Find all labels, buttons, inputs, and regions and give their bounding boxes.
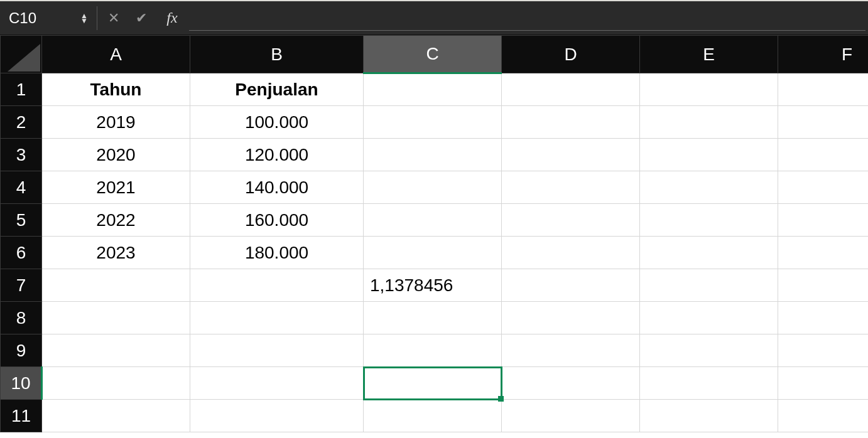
- cell-D4[interactable]: [502, 171, 640, 204]
- cell-A7[interactable]: [42, 269, 190, 302]
- row-header-2[interactable]: 2: [1, 106, 42, 139]
- cell-C2[interactable]: [364, 106, 502, 139]
- formula-input-wrap: [189, 6, 865, 31]
- formula-input[interactable]: [189, 6, 865, 30]
- cell-A6[interactable]: 2023: [42, 237, 190, 269]
- cell-A9[interactable]: [42, 334, 190, 367]
- cell-B8[interactable]: [190, 302, 364, 334]
- cell-B6[interactable]: 180.000: [190, 237, 364, 269]
- cell-A2[interactable]: 2019: [42, 106, 190, 139]
- cell-F3[interactable]: [778, 139, 869, 171]
- cell-E4[interactable]: [640, 171, 778, 204]
- col-header-B[interactable]: B: [190, 36, 364, 73]
- cell-B2[interactable]: 100.000: [190, 106, 364, 139]
- cell-A10[interactable]: [42, 367, 190, 400]
- cell-C8[interactable]: [364, 302, 502, 334]
- row-header-5[interactable]: 5: [1, 204, 42, 237]
- cell-D6[interactable]: [502, 237, 640, 269]
- row-header-7[interactable]: 7: [1, 269, 42, 302]
- cell-E11[interactable]: [640, 400, 778, 432]
- cell-C11[interactable]: [364, 400, 502, 432]
- cell-C9[interactable]: [364, 334, 502, 367]
- cancel-formula-button[interactable]: ✕: [100, 1, 127, 35]
- cell-A8[interactable]: [42, 302, 190, 334]
- cell-E9[interactable]: [640, 334, 778, 367]
- cell-A3[interactable]: 2020: [42, 139, 190, 171]
- cell-E2[interactable]: [640, 106, 778, 139]
- cell-B9[interactable]: [190, 334, 364, 367]
- cell-E6[interactable]: [640, 237, 778, 269]
- cell-B7[interactable]: [190, 269, 364, 302]
- fx-label[interactable]: fx: [155, 9, 189, 26]
- cell-C5[interactable]: [364, 204, 502, 237]
- row-header-8[interactable]: 8: [1, 302, 42, 334]
- cell-F10[interactable]: [778, 367, 869, 400]
- col-header-C[interactable]: C: [364, 36, 502, 73]
- cell-D8[interactable]: [502, 302, 640, 334]
- cell-D9[interactable]: [502, 334, 640, 367]
- cell-D2[interactable]: [502, 106, 640, 139]
- cell-C3[interactable]: [364, 139, 502, 171]
- spreadsheet-grid[interactable]: A B C D E F 1 Tahun Penjualan 2 2019: [0, 35, 868, 438]
- close-icon: ✕: [108, 10, 119, 26]
- cell-C6[interactable]: [364, 237, 502, 269]
- cell-E7[interactable]: [640, 269, 778, 302]
- cell-E1[interactable]: [640, 73, 778, 106]
- cell-D3[interactable]: [502, 139, 640, 171]
- formula-bar: ▲ ▼ ✕ ✔ fx: [0, 0, 868, 35]
- cell-E5[interactable]: [640, 204, 778, 237]
- row-header-4[interactable]: 4: [1, 171, 42, 204]
- cell-A4[interactable]: 2021: [42, 171, 190, 204]
- row-header-10[interactable]: 10: [1, 367, 42, 400]
- cell-B3[interactable]: 120.000: [190, 139, 364, 171]
- row-header-3[interactable]: 3: [1, 139, 42, 171]
- cell-C1[interactable]: [364, 73, 502, 106]
- cell-C10[interactable]: [364, 367, 502, 400]
- column-header-row: A B C D E F: [1, 36, 869, 73]
- table-row: 7 1,1378456: [1, 269, 869, 302]
- cell-D11[interactable]: [502, 400, 640, 432]
- select-all-corner[interactable]: [1, 36, 42, 73]
- cell-B11[interactable]: [190, 400, 364, 432]
- cell-B4[interactable]: 140.000: [190, 171, 364, 204]
- cell-D7[interactable]: [502, 269, 640, 302]
- row-header-6[interactable]: 6: [1, 237, 42, 269]
- cell-E8[interactable]: [640, 302, 778, 334]
- name-box-input[interactable]: [9, 9, 59, 27]
- col-header-D[interactable]: D: [502, 36, 640, 73]
- row-header-9[interactable]: 9: [1, 334, 42, 367]
- accept-formula-button[interactable]: ✔: [127, 1, 155, 35]
- name-box[interactable]: ▲ ▼: [0, 1, 94, 35]
- cell-F4[interactable]: [778, 171, 869, 204]
- cell-F8[interactable]: [778, 302, 869, 334]
- col-header-A[interactable]: A: [42, 36, 190, 73]
- cell-D5[interactable]: [502, 204, 640, 237]
- cell-F1[interactable]: [778, 73, 869, 106]
- cell-C4[interactable]: [364, 171, 502, 204]
- cell-B5[interactable]: 160.000: [190, 204, 364, 237]
- cell-F11[interactable]: [778, 400, 869, 432]
- cell-A1[interactable]: Tahun: [42, 73, 190, 106]
- cell-E10[interactable]: [640, 367, 778, 400]
- cell-F5[interactable]: [778, 204, 869, 237]
- row-header-11[interactable]: 11: [1, 400, 42, 432]
- cell-F2[interactable]: [778, 106, 869, 139]
- cell-F7[interactable]: [778, 269, 869, 302]
- cell-B1[interactable]: Penjualan: [190, 73, 364, 106]
- col-header-E[interactable]: E: [640, 36, 778, 73]
- name-box-spinner[interactable]: ▲ ▼: [80, 13, 88, 23]
- cell-A11[interactable]: [42, 400, 190, 432]
- cell-F6[interactable]: [778, 237, 869, 269]
- cell-F9[interactable]: [778, 334, 869, 367]
- table-row: 8: [1, 302, 869, 334]
- cell-E3[interactable]: [640, 139, 778, 171]
- cell-B10[interactable]: [190, 367, 364, 400]
- chevron-down-icon[interactable]: ▼: [80, 18, 88, 23]
- cell-D1[interactable]: [502, 73, 640, 106]
- table-row: 10: [1, 367, 869, 400]
- cell-A5[interactable]: 2022: [42, 204, 190, 237]
- col-header-F[interactable]: F: [778, 36, 869, 73]
- cell-C7[interactable]: 1,1378456: [364, 269, 502, 302]
- row-header-1[interactable]: 1: [1, 73, 42, 106]
- cell-D10[interactable]: [502, 367, 640, 400]
